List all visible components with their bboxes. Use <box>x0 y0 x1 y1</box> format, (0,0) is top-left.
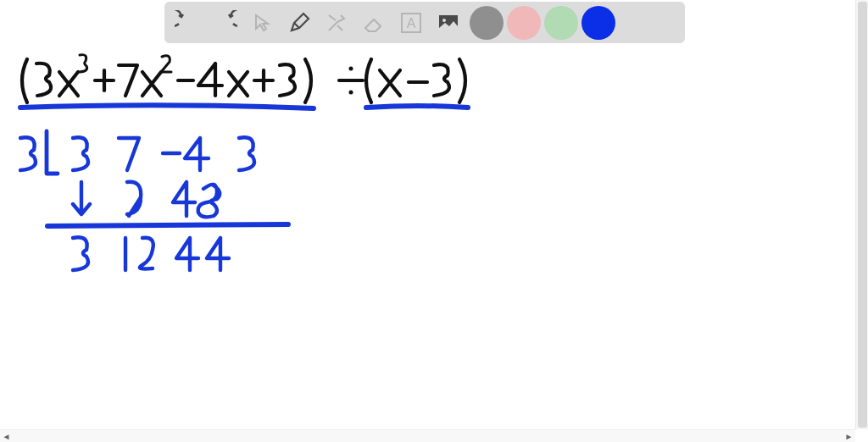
pencil-icon <box>287 11 311 35</box>
underline-right <box>366 106 468 108</box>
svg-point-4 <box>349 67 353 71</box>
synthetic-row-middle <box>73 182 220 218</box>
toolbar: A <box>164 2 685 43</box>
scrollbar-thumb-v[interactable] <box>858 2 867 428</box>
color-blue[interactable] <box>581 6 615 40</box>
text-icon: A <box>399 11 423 35</box>
tools-button[interactable] <box>319 5 354 41</box>
whiteboard-canvas[interactable]: A <box>0 0 855 429</box>
expression-dividend <box>22 55 465 102</box>
pencil-button[interactable] <box>281 5 317 41</box>
scrollbar-vertical[interactable] <box>855 0 868 429</box>
svg-point-5 <box>349 91 353 95</box>
image-button[interactable] <box>431 5 466 41</box>
scrollbar-horizontal[interactable]: ◄ ► <box>0 429 855 442</box>
redo-icon <box>212 10 237 36</box>
tools-icon <box>326 12 348 34</box>
synthetic-divisor <box>20 131 58 174</box>
synthetic-bar <box>47 224 288 226</box>
color-grey[interactable] <box>470 6 504 40</box>
color-pink[interactable] <box>507 6 541 40</box>
svg-point-3 <box>442 19 446 22</box>
image-icon <box>437 11 460 35</box>
pointer-button[interactable] <box>244 5 280 41</box>
undo-icon <box>175 10 200 36</box>
pointer-icon <box>251 12 273 34</box>
scroll-left-icon[interactable]: ◄ <box>0 430 13 442</box>
scroll-right-icon[interactable]: ► <box>843 430 855 442</box>
color-green[interactable] <box>544 6 578 40</box>
redo-button[interactable] <box>207 5 242 41</box>
svg-text:A: A <box>407 16 416 30</box>
synthetic-division <box>20 131 288 270</box>
synthetic-row-result <box>73 237 229 270</box>
handwriting-layer <box>0 47 855 429</box>
synthetic-row-coeffs <box>73 137 254 170</box>
underline-left <box>20 105 314 108</box>
eraser-button[interactable] <box>356 5 392 41</box>
eraser-icon <box>362 11 386 35</box>
undo-button[interactable] <box>170 5 205 41</box>
text-button[interactable]: A <box>393 5 429 41</box>
